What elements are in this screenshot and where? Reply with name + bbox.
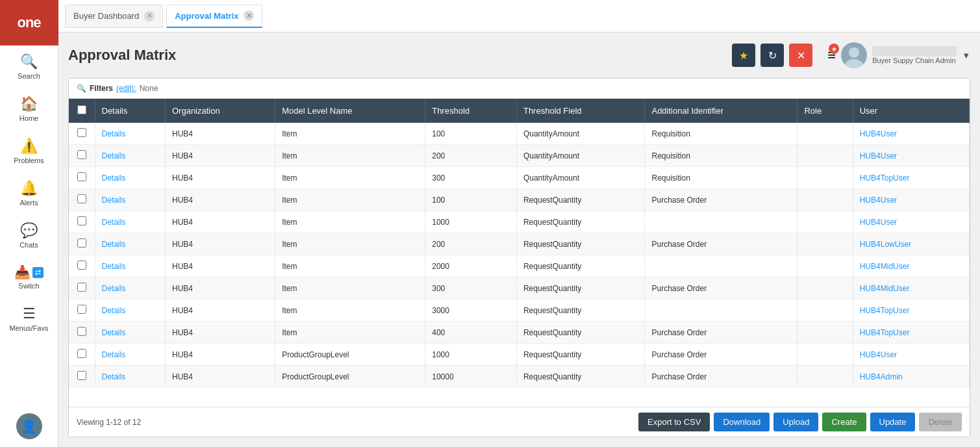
user-link[interactable]: HUB4MidUser — [860, 284, 910, 293]
user-link[interactable]: HUB4User — [860, 350, 897, 359]
row-threshold: 300 — [425, 167, 517, 189]
row-checkbox[interactable] — [77, 283, 86, 292]
row-user: HUB4TopUser — [853, 167, 969, 189]
row-threshold: 10000 — [425, 366, 517, 388]
details-link[interactable]: Details — [102, 262, 126, 271]
user-link[interactable]: HUB4User — [860, 151, 897, 160]
row-role — [798, 300, 853, 322]
sidebar-item-problems[interactable]: ⚠️ Problems — [0, 130, 58, 172]
user-link[interactable]: HUB4User — [860, 218, 897, 227]
table-row: Details HUB4 ProductGroupLevel 1000 Requ… — [69, 344, 970, 366]
row-checkbox-cell — [69, 233, 95, 255]
sidebar-item-home[interactable]: 🏠 Home — [0, 88, 58, 130]
header-actions: ★ ↻ ✕ ≡ ★ — [732, 42, 970, 68]
row-details: Details — [95, 277, 165, 300]
row-organization: HUB4 — [165, 366, 275, 388]
upload-button[interactable]: Upload — [773, 413, 818, 431]
row-threshold: 1000 — [425, 211, 517, 233]
tab-close-buyer-dashboard[interactable]: ✕ — [144, 11, 155, 21]
row-model-level-name: Item — [275, 167, 425, 189]
row-organization: HUB4 — [165, 211, 275, 233]
user-link[interactable]: HUB4User — [860, 196, 897, 205]
details-link[interactable]: Details — [102, 240, 126, 249]
row-checkbox[interactable] — [77, 349, 86, 358]
sidebar-item-alerts[interactable]: 🔔 Alerts — [0, 172, 58, 214]
tab-buyer-dashboard[interactable]: Buyer Dashboard ✕ — [65, 5, 163, 28]
details-link[interactable]: Details — [102, 196, 126, 205]
row-role — [798, 344, 853, 366]
user-link[interactable]: HUB4TopUser — [860, 173, 910, 183]
row-checkbox[interactable] — [77, 305, 86, 314]
update-button[interactable]: Update — [870, 413, 916, 431]
export-csv-button[interactable]: Export to CSV — [638, 413, 710, 431]
tab-approval-matrix[interactable]: Approval Matrix ✕ — [166, 5, 262, 28]
sidebar-item-search[interactable]: 🔍 Search — [0, 45, 58, 88]
details-link[interactable]: Details — [102, 173, 126, 183]
details-link[interactable]: Details — [102, 218, 126, 227]
refresh-button[interactable]: ↻ — [760, 44, 784, 67]
details-link[interactable]: Details — [102, 129, 126, 138]
tab-close-approval-matrix[interactable]: ✕ — [244, 10, 254, 21]
sidebar-item-label: Problems — [14, 157, 44, 164]
row-model-level-name: Item — [275, 233, 425, 255]
sidebar-item-chats[interactable]: 💬 Chats — [0, 214, 58, 257]
row-checkbox[interactable] — [77, 194, 86, 203]
row-threshold: 300 — [425, 277, 517, 300]
row-details: Details — [95, 366, 165, 388]
row-threshold: 1000 — [425, 344, 517, 366]
table-row: Details HUB4 Item 3000 RequestQuantity H… — [69, 300, 970, 322]
details-link[interactable]: Details — [102, 306, 126, 315]
table-row: Details HUB4 Item 400 RequestQuantity Pu… — [69, 322, 970, 344]
table-row: Details HUB4 Item 300 QuantityAmount Req… — [69, 167, 970, 189]
select-all-checkbox[interactable] — [77, 105, 86, 114]
user-info: Buyer Suppy Chain Admin — [872, 46, 957, 64]
favorite-button[interactable]: ★ — [732, 44, 755, 67]
row-checkbox[interactable] — [77, 150, 86, 159]
row-checkbox[interactable] — [77, 327, 86, 336]
user-link[interactable]: HUB4MidUser — [860, 262, 910, 271]
download-button[interactable]: Download — [714, 413, 770, 431]
table-footer: Viewing 1-12 of 12 Export to CSV Downloa… — [69, 407, 970, 437]
user-link[interactable]: HUB4TopUser — [860, 328, 910, 337]
user-dropdown-arrow[interactable]: ▼ — [962, 51, 970, 60]
row-checkbox[interactable] — [77, 261, 86, 270]
sidebar-item-avatar-bottom[interactable]: 👤 — [0, 405, 58, 447]
details-link[interactable]: Details — [102, 372, 126, 381]
row-checkbox-cell — [69, 344, 95, 366]
user-link[interactable]: HUB4TopUser — [860, 306, 910, 315]
row-checkbox[interactable] — [77, 172, 86, 181]
row-checkbox[interactable] — [77, 216, 86, 225]
row-checkbox[interactable] — [77, 371, 86, 380]
user-link[interactable]: HUB4LowUser — [860, 240, 911, 249]
details-link[interactable]: Details — [102, 350, 126, 359]
row-threshold: 100 — [425, 123, 517, 145]
row-checkbox-cell — [69, 211, 95, 233]
row-role — [798, 233, 853, 255]
table-row: Details HUB4 Item 200 RequestQuantity Pu… — [69, 233, 970, 255]
row-threshold-field: QuantityAmount — [516, 123, 645, 145]
user-link[interactable]: HUB4User — [860, 129, 897, 138]
create-button[interactable]: Create — [822, 413, 866, 431]
row-threshold-field: RequestQuantity — [516, 277, 645, 300]
details-link[interactable]: Details — [102, 151, 126, 160]
row-model-level-name: Item — [275, 123, 425, 145]
row-additional-identifier: Requisition — [645, 123, 798, 145]
details-link[interactable]: Details — [102, 284, 126, 293]
row-user: HUB4TopUser — [853, 322, 969, 344]
row-checkbox[interactable] — [77, 238, 86, 248]
row-user: HUB4User — [853, 189, 969, 211]
top-bar: Buyer Dashboard ✕ Approval Matrix ✕ — [58, 0, 980, 32]
row-checkbox[interactable] — [77, 128, 86, 137]
sidebar-item-menus[interactable]: ☰ Menus/Favs — [0, 298, 58, 340]
notification-icon[interactable]: ≡ ★ — [827, 47, 836, 64]
user-link[interactable]: HUB4Admin — [860, 372, 903, 381]
row-organization: HUB4 — [165, 300, 275, 322]
row-model-level-name: Item — [275, 322, 425, 344]
sidebar-item-switch[interactable]: 📥 ⇄ Switch — [0, 257, 58, 298]
filter-value: None — [140, 84, 158, 93]
close-button[interactable]: ✕ — [789, 44, 812, 67]
details-link[interactable]: Details — [102, 328, 126, 337]
row-organization: HUB4 — [165, 277, 275, 300]
filter-edit-link[interactable]: (edit): — [116, 84, 136, 93]
page-title: Approval Matrix — [68, 47, 732, 64]
